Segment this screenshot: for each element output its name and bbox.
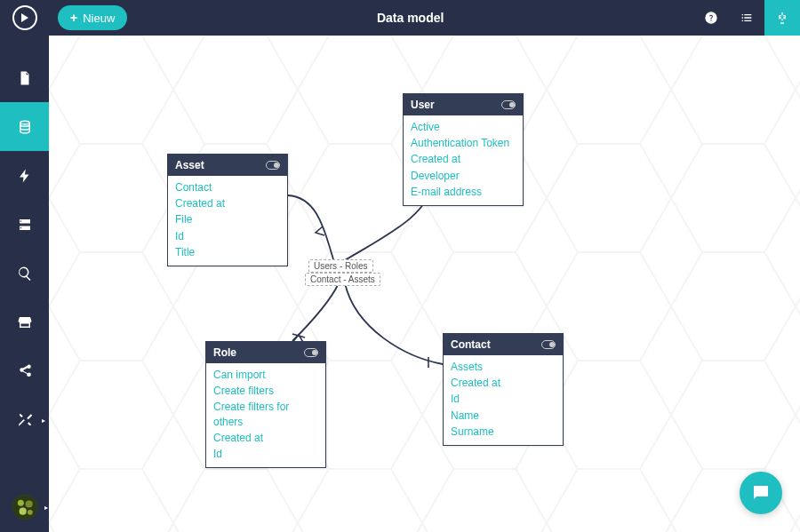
entity-title: Asset [175, 159, 204, 171]
entity-property[interactable]: Created at [175, 195, 280, 211]
sidebar-tools-icon[interactable]: ▸ [0, 395, 49, 444]
svg-point-0 [12, 495, 37, 520]
entity-header[interactable]: Asset [168, 155, 287, 176]
sidebar-file-icon[interactable] [0, 53, 49, 102]
entity-role[interactable]: Role Can import Create filters Create fi… [205, 341, 326, 468]
entity-user[interactable]: User Active Authentication Token Created… [403, 93, 524, 206]
toggle-icon[interactable] [266, 161, 280, 170]
toggle-icon[interactable] [541, 340, 556, 349]
sidebar-storefront-icon[interactable] [0, 298, 49, 346]
toggle-icon[interactable] [304, 348, 318, 357]
svg-point-4 [27, 510, 32, 515]
entity-header[interactable]: User [404, 94, 523, 115]
entity-title: Role [213, 346, 236, 359]
entity-property[interactable]: Created at [451, 375, 556, 391]
tree-view-icon[interactable] [764, 0, 800, 36]
join-label-contact-assets[interactable]: Contact - Assets [305, 273, 380, 286]
new-button[interactable]: + Nieuw [58, 5, 127, 30]
list-view-icon[interactable] [729, 0, 764, 36]
entity-property[interactable]: Active [411, 119, 516, 135]
top-right-icons [693, 0, 800, 36]
entity-property[interactable]: Id [213, 446, 318, 462]
entity-property[interactable]: Create filters for others [213, 399, 318, 429]
new-button-label: Nieuw [83, 12, 115, 25]
entity-property[interactable]: Id [451, 391, 556, 407]
join-label-users-roles[interactable]: Users - Roles [308, 259, 373, 273]
entity-property[interactable]: Name [451, 408, 556, 424]
sidebar: ▸ ▸ [0, 36, 49, 532]
entity-property[interactable]: Created at [213, 430, 318, 446]
entity-body: Active Authentication Token Created at D… [404, 115, 523, 205]
entity-property[interactable]: Created at [411, 151, 516, 167]
chevron-right-icon: ▸ [44, 504, 48, 512]
entity-asset[interactable]: Asset Contact Created at File Id Title [167, 154, 288, 266]
entity-header[interactable]: Role [206, 342, 325, 363]
top-bar: + Nieuw Data model [0, 0, 800, 36]
page-title: Data model [127, 11, 693, 25]
chevron-right-icon: ▸ [42, 416, 45, 424]
entity-property[interactable]: Title [175, 244, 280, 260]
play-button-wrap [0, 5, 49, 30]
entity-property[interactable]: E-mail address [411, 184, 516, 200]
play-button[interactable] [12, 5, 37, 30]
entity-property[interactable]: Authentication Token [411, 135, 516, 151]
svg-point-2 [25, 500, 32, 507]
svg-line-7 [292, 334, 305, 337]
entity-property[interactable]: Create filters [213, 383, 318, 399]
entity-header[interactable]: Contact [444, 334, 563, 355]
data-model-canvas[interactable]: Asset Contact Created at File Id Title U… [49, 36, 800, 532]
sidebar-server-icon[interactable] [0, 200, 49, 249]
entity-property[interactable]: Contact [175, 179, 280, 195]
entity-property[interactable]: Can import [213, 367, 318, 383]
sidebar-database-icon[interactable] [0, 102, 49, 151]
sidebar-search-icon[interactable] [0, 249, 49, 298]
entity-title: Contact [451, 338, 491, 351]
chat-button[interactable] [740, 472, 782, 514]
entity-body: Assets Created at Id Name Surname [444, 355, 563, 445]
entity-property[interactable]: File [175, 211, 280, 227]
entity-property[interactable]: Assets [451, 359, 556, 375]
entity-body: Can import Create filters Create filters… [206, 363, 325, 467]
entity-contact[interactable]: Contact Assets Created at Id Name Surnam… [443, 333, 564, 446]
entity-property[interactable]: Surname [451, 424, 556, 440]
svg-point-1 [17, 500, 23, 506]
entity-body: Contact Created at File Id Title [168, 176, 287, 266]
help-icon[interactable] [693, 0, 729, 36]
sidebar-share-icon[interactable] [0, 346, 49, 395]
svg-point-3 [19, 508, 26, 515]
entity-property[interactable]: Id [175, 228, 280, 244]
sidebar-bolt-icon[interactable] [0, 151, 49, 200]
user-avatar[interactable]: ▸ [12, 495, 37, 520]
entity-title: User [411, 99, 435, 111]
entity-property[interactable]: Developer [411, 168, 516, 184]
toggle-icon[interactable] [501, 100, 516, 109]
plus-icon: + [70, 11, 77, 25]
